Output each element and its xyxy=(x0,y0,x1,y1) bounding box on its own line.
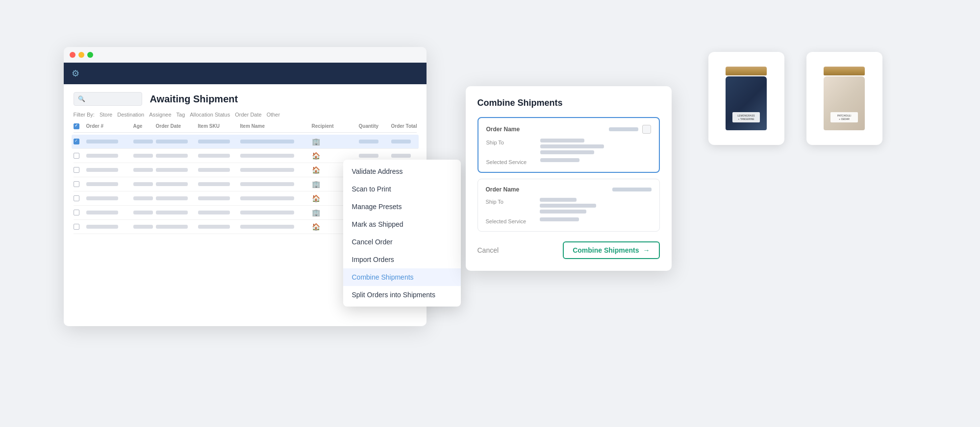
scene: ⚙ Awaiting Shipment Filter By: Store Des… xyxy=(49,27,931,400)
candle-label-text: LEMONGRASS+ TANGERINE xyxy=(734,114,758,120)
maximize-dot[interactable] xyxy=(87,52,93,58)
order-card-1: Order Name Ship To Selected Service xyxy=(477,117,660,173)
menu-item-combine[interactable]: Combine Shipments xyxy=(343,268,461,286)
col-name: Item Name xyxy=(240,123,309,129)
col-sku: Item SKU xyxy=(198,123,237,129)
house-icon: 🏠 xyxy=(312,152,356,160)
filter-label: Filter By: xyxy=(74,112,95,118)
candle-label-right: PATCHOULI+ CEDAR xyxy=(830,112,858,122)
menu-item-scan[interactable]: Scan to Print xyxy=(343,180,461,198)
candle-label-left: LEMONGRASS+ TANGERINE xyxy=(732,112,760,122)
candle-card-left: LEMONGRASS+ TANGERINE xyxy=(708,52,784,145)
cancel-button[interactable]: Cancel xyxy=(477,246,499,254)
menu-item-presets[interactable]: Manage Presets xyxy=(343,198,461,215)
filter-other[interactable]: Other xyxy=(267,112,280,118)
col-qty: Quantity xyxy=(359,123,388,129)
col-recipient: Recipient xyxy=(312,123,356,129)
menu-item-shipped[interactable]: Mark as Shipped xyxy=(343,215,461,233)
col-check xyxy=(74,123,83,129)
row-checkbox[interactable] xyxy=(74,224,79,230)
menu-item-split[interactable]: Split Orders into Shipments xyxy=(343,286,461,304)
table-row[interactable]: 🏢 xyxy=(72,135,419,149)
cork-lid xyxy=(726,67,767,75)
candle-dark: LEMONGRASS+ TANGERINE xyxy=(724,67,768,130)
row-checkbox[interactable] xyxy=(74,210,79,215)
order-card-2: Order Name Ship To Selected Service xyxy=(477,179,660,232)
select-all-checkbox[interactable] xyxy=(74,123,79,129)
combine-shipments-button[interactable]: Combine Shipments → xyxy=(563,241,659,259)
minimize-dot[interactable] xyxy=(78,52,84,58)
row-checkbox[interactable] xyxy=(74,181,79,187)
candle-label-text-right: PATCHOULI+ CEDAR xyxy=(832,114,856,120)
row-checkbox[interactable] xyxy=(74,167,79,173)
filter-allocation[interactable]: Allocation Status xyxy=(190,112,230,118)
col-total: Order Total xyxy=(391,123,426,129)
order1-service-label: Selected Service xyxy=(486,158,535,165)
row-checkbox[interactable] xyxy=(74,139,79,144)
candle-card-right: PATCHOULI+ CEDAR xyxy=(806,52,882,145)
filter-bar: Filter By: Store Destination Assignee Ta… xyxy=(74,112,417,118)
filter-destination[interactable]: Destination xyxy=(117,112,144,118)
candle-body-light: PATCHOULI+ CEDAR xyxy=(824,76,865,130)
close-dot[interactable] xyxy=(70,52,75,58)
dialog-footer: Cancel Combine Shipments → xyxy=(477,241,660,259)
order2-name-label: Order Name xyxy=(486,186,520,193)
candle-body-dark: LEMONGRASS+ TANGERINE xyxy=(726,76,767,130)
page-title: Awaiting Shipment xyxy=(150,94,238,105)
col-order: Order # xyxy=(86,123,130,129)
dialog-title: Combine Shipments xyxy=(477,98,660,108)
combine-dialog: Combine Shipments Order Name Ship To Se xyxy=(466,86,672,271)
row-checkbox[interactable] xyxy=(74,153,79,159)
candle-light: PATCHOULI+ CEDAR xyxy=(822,67,866,130)
cork-lid-right xyxy=(824,67,865,75)
filter-store[interactable]: Store xyxy=(100,112,112,118)
row-checkbox[interactable] xyxy=(74,195,79,201)
menu-item-import[interactable]: Import Orders xyxy=(343,251,461,268)
filter-tag[interactable]: Tag xyxy=(176,112,185,118)
filter-orderdate[interactable]: Order Date xyxy=(235,112,261,118)
top-navbar: ⚙ xyxy=(64,63,427,84)
gear-icon[interactable]: ⚙ xyxy=(72,68,79,79)
filter-assignee[interactable]: Assignee xyxy=(149,112,171,118)
building-icon: 🏢 xyxy=(312,138,356,145)
order1-name-label: Order Name xyxy=(486,126,520,133)
order2-service-label: Selected Service xyxy=(486,217,535,224)
order2-ship-to-label: Ship To xyxy=(486,198,535,205)
search-input[interactable] xyxy=(74,92,142,106)
menu-item-validate[interactable]: Validate Address xyxy=(343,163,461,180)
titlebar xyxy=(64,47,427,63)
context-menu: Validate Address Scan to Print Manage Pr… xyxy=(343,160,461,307)
table-header: Order # Age Order Date Item SKU Item Nam… xyxy=(74,123,417,133)
menu-item-cancel[interactable]: Cancel Order xyxy=(343,233,461,251)
col-age: Age xyxy=(133,123,153,129)
page-header: Awaiting Shipment xyxy=(74,92,417,106)
col-date: Order Date xyxy=(156,123,195,129)
order1-ship-to-label: Ship To xyxy=(486,139,535,145)
